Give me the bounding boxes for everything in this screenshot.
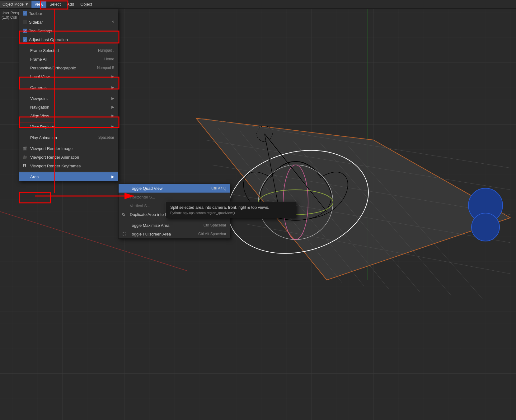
mode-label: Object Mode xyxy=(2,2,24,7)
svg-marker-4 xyxy=(196,118,510,280)
svg-point-25 xyxy=(257,126,272,142)
toolbar-shortcut: T xyxy=(112,11,114,16)
toggle-maximize-shortcut: Ctrl Spacebar xyxy=(204,223,226,227)
tooltip-title: Split selected area into camera, front, … xyxy=(170,205,292,210)
separator-7 xyxy=(19,171,118,171)
viewport-render-animation-label: Viewport Render Animation xyxy=(30,155,114,160)
navigation-label: Navigation xyxy=(30,105,111,110)
tooltip: Split selected area into camera, front, … xyxy=(166,202,296,218)
toolbar-checkbox xyxy=(23,11,27,16)
mode-selector[interactable]: Object Mode ▼ xyxy=(0,1,31,8)
menu-item-horizontal-split[interactable]: Horizontal S... xyxy=(119,193,230,201)
toggle-quad-view-shortcut: Ctrl Alt Q xyxy=(211,186,226,190)
viewport-render-image-label: Viewport Render Image xyxy=(30,146,114,151)
sidebar-label: Sidebar xyxy=(29,20,111,25)
frame-selected-label: Frame Selected xyxy=(30,48,98,53)
mode-dropdown-icon: ▼ xyxy=(25,2,29,7)
menu-item-viewport-render-keyframes[interactable]: 🎞 Viewport Render Keyframes xyxy=(19,161,118,170)
menu-item-view-regions[interactable]: View Regions ▶ xyxy=(19,122,118,131)
separator-3 xyxy=(19,93,118,93)
svg-line-10 xyxy=(349,146,482,299)
menu-select[interactable]: Select xyxy=(46,1,64,8)
menu-item-toolbar[interactable]: Toolbar T xyxy=(19,9,118,18)
viewport-info-line1: User Persp xyxy=(2,11,20,15)
viewport-render-keyframes-label: Viewport Render Keyframes xyxy=(30,164,114,168)
area-label: Area xyxy=(30,175,111,179)
menu-item-tool-settings[interactable]: Tool Settings xyxy=(19,26,118,35)
play-animation-shortcut: Spacebar xyxy=(98,135,114,140)
view-regions-label: View Regions xyxy=(30,124,111,129)
cameras-label: Cameras xyxy=(30,85,111,90)
toggle-quad-view-label: Toggle Quad View xyxy=(130,186,211,191)
view-regions-arrow: ▶ xyxy=(111,124,114,129)
menu-item-perspective[interactable]: Perspective/Orthographic Numpad 5 xyxy=(19,63,118,72)
area-separator xyxy=(119,220,230,220)
menu-view[interactable]: View xyxy=(31,1,46,8)
menu-item-adjust-last[interactable]: Adjust Last Operation xyxy=(19,35,118,44)
tool-settings-checkbox xyxy=(23,29,27,33)
cameras-arrow: ▶ xyxy=(111,85,114,90)
svg-line-15 xyxy=(246,224,510,274)
horizontal-split-label: Horizontal S... xyxy=(130,195,226,199)
menu-item-navigation[interactable]: Navigation ▶ xyxy=(19,103,118,111)
menu-item-toggle-maximize[interactable]: Toggle Maximize Area Ctrl Spacebar xyxy=(119,221,230,230)
render-keyframes-icon: 🎞 xyxy=(23,164,29,168)
separator-1 xyxy=(19,45,118,45)
tool-settings-label: Tool Settings xyxy=(29,29,114,33)
viewport-info-line2: (1.0) Coll xyxy=(2,15,20,20)
menu-item-frame-all[interactable]: Frame All Home xyxy=(19,55,118,63)
menu-item-toggle-quad-view[interactable]: Toggle Quad View Ctrl Alt Q xyxy=(119,184,230,193)
svg-point-20 xyxy=(468,188,503,222)
perspective-label: Perspective/Orthographic xyxy=(30,66,97,70)
viewpoint-arrow: ▶ xyxy=(111,96,114,100)
view-menu: Toolbar T Sidebar N Tool Settings Adjust… xyxy=(19,9,118,181)
frame-all-shortcut: Home xyxy=(104,57,114,61)
viewport-info: User Persp (1.0) Coll xyxy=(2,11,20,20)
duplicate-area-icon: ⧉ xyxy=(122,212,129,217)
svg-line-9 xyxy=(321,143,451,296)
toggle-fullscreen-shortcut: Ctrl Alt Spacebar xyxy=(198,232,226,236)
svg-line-8 xyxy=(293,140,420,292)
sidebar-shortcut: N xyxy=(111,20,114,24)
menu-item-sidebar[interactable]: Sidebar N xyxy=(19,18,118,26)
separator-6 xyxy=(19,143,118,143)
local-view-arrow: ▶ xyxy=(111,74,114,79)
toggle-maximize-label: Toggle Maximize Area xyxy=(130,223,204,228)
menu-item-frame-selected[interactable]: Frame Selected Numpad . xyxy=(19,46,118,55)
menu-item-viewport-render-animation[interactable]: 🎥 Viewport Render Animation xyxy=(19,153,118,161)
svg-line-23 xyxy=(265,134,327,212)
menu-item-viewport-render-image[interactable]: 🎬 Viewport Render Image xyxy=(19,144,118,153)
menu-item-viewpoint[interactable]: Viewpoint ▶ xyxy=(19,94,118,103)
render-animation-icon: 🎥 xyxy=(23,155,29,159)
menubar: Object Mode ▼ View Select Add Object xyxy=(0,0,516,9)
viewpoint-label: Viewpoint xyxy=(30,96,111,101)
render-image-icon: 🎬 xyxy=(23,147,29,151)
align-view-arrow: ▶ xyxy=(111,114,114,118)
menu-item-align-view[interactable]: Align View ▶ xyxy=(19,111,118,120)
tooltip-python: Python: bpy.ops.screen.region_quadview() xyxy=(170,211,292,215)
menu-item-cameras[interactable]: Cameras ▶ xyxy=(19,83,118,92)
menu-item-local-view[interactable]: Local View ▶ xyxy=(19,72,118,81)
perspective-shortcut: Numpad 5 xyxy=(97,66,114,70)
align-view-label: Align View xyxy=(30,114,111,118)
menu-item-play-animation[interactable]: Play Animation Spacebar xyxy=(19,133,118,142)
local-view-label: Local View xyxy=(30,74,111,79)
menu-object[interactable]: Object xyxy=(77,1,95,8)
svg-line-11 xyxy=(202,118,510,168)
navigation-arrow: ▶ xyxy=(111,105,114,109)
toggle-fullscreen-label: Toggle Fullscreen Area xyxy=(130,232,198,236)
area-arrow: ▶ xyxy=(111,175,114,179)
adjust-last-checkbox xyxy=(23,37,27,42)
play-animation-label: Play Animation xyxy=(30,135,98,140)
separator-4 xyxy=(19,121,118,121)
frame-all-label: Frame All xyxy=(30,57,104,62)
svg-line-22 xyxy=(265,134,302,180)
menu-item-area[interactable]: Area ▶ xyxy=(19,172,118,181)
toolbar-label: Toolbar xyxy=(29,11,112,16)
separator-2 xyxy=(19,82,118,82)
frame-selected-shortcut: Numpad . xyxy=(98,48,114,53)
separator-5 xyxy=(19,132,118,132)
svg-line-12 xyxy=(205,140,510,190)
menu-add[interactable]: Add xyxy=(64,1,77,8)
menu-item-toggle-fullscreen[interactable]: ⛶ Toggle Fullscreen Area Ctrl Alt Spaceb… xyxy=(119,230,230,238)
